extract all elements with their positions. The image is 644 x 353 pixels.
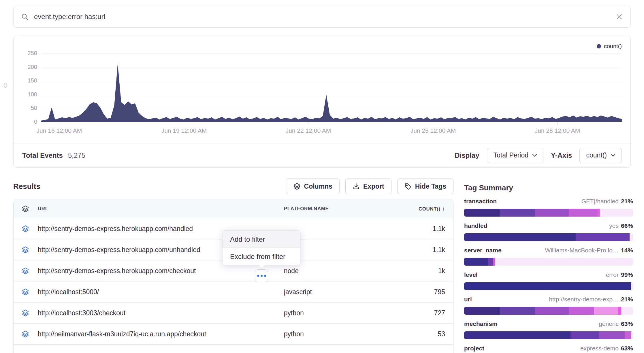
tag-top-value[interactable]: express-demo [580, 345, 619, 352]
tag-top-percent: 63% [621, 320, 633, 327]
tag-top-value[interactable]: GET|/handled [581, 198, 619, 205]
tag-distribution-bar[interactable] [464, 233, 633, 241]
tag-bar-segment [488, 258, 493, 266]
x-axis-tick [59, 122, 59, 125]
events-chart-panel: count() Jun 16 12:00 AMJun 19 12:00 AMJu… [13, 36, 631, 168]
tag-distribution-bar[interactable] [464, 209, 633, 217]
chart-footer: Total Events 5,275 Display Total Period … [14, 143, 630, 167]
tag-label-row: projectexpress-demo63% [464, 345, 633, 353]
cell-context-menu: Add to filterExclude from filter [222, 230, 301, 265]
tag-bar-segment [464, 307, 500, 315]
table-header-row: URLPLATFORM.NAMECOUNT()↓ [14, 199, 453, 218]
x-axis-tick-label: Jun 28 12:00 AM [535, 127, 580, 134]
tag-bar-segment [464, 258, 488, 266]
tag-name: handled [464, 222, 487, 229]
tag-bar-segment [576, 233, 630, 241]
cell-count: 53 [379, 330, 445, 338]
tag-bar-segment [570, 331, 599, 339]
hide-tags-button-label: Hide Tags [415, 183, 446, 190]
tag-top-percent: 99% [621, 271, 633, 278]
column-header-count[interactable]: COUNT()↓ [379, 206, 445, 212]
tag-bar-segment [631, 282, 633, 290]
tag-distribution-bar[interactable] [464, 258, 633, 266]
search-icon [21, 13, 29, 21]
chart-legend[interactable]: count() [597, 43, 622, 50]
x-axis-tick-label: Jun 16 12:00 AM [37, 127, 82, 134]
tag-distribution-bar[interactable] [464, 331, 633, 339]
y-axis-tick-label: 0 [14, 119, 37, 125]
tag-summary-title: Tag Summary [464, 183, 633, 193]
tag-top-value[interactable]: Williams-MacBook-Pro.lo… [545, 247, 619, 254]
layers-icon [22, 246, 38, 254]
column-header-url[interactable]: URL [38, 206, 284, 212]
tag-bar-segment [464, 233, 576, 241]
tag-top-value[interactable]: http://sentry-demos-exp… [549, 296, 619, 303]
columns-button-label: Columns [304, 183, 332, 190]
hide-tags-button[interactable]: Hide Tags [397, 179, 453, 194]
tag-bar-segment [500, 307, 535, 315]
tag-label-row: urlhttp://sentry-demos-exp…21% [464, 296, 633, 305]
cell-platform: python [284, 330, 379, 338]
tag-distribution-bar[interactable] [464, 307, 633, 315]
tag-top-percent: 21% [621, 296, 633, 303]
tag-summary-item-mechanism: mechanismgeneric63% [464, 320, 633, 339]
cell-url[interactable]: http://sentry-demos-express.herokuapp.co… [38, 267, 284, 275]
tag-bar-segment [569, 209, 598, 217]
menu-item-add-to-filter[interactable]: Add to filter [223, 231, 300, 248]
tag-name: mechanism [464, 320, 498, 327]
search-bar[interactable]: event.type:error has:url [13, 6, 631, 28]
columns-button[interactable]: Columns [286, 179, 340, 194]
ellipsis-dot [264, 275, 266, 277]
display-dropdown[interactable]: Total Period [487, 148, 543, 163]
cell-count: 1.1k [379, 246, 445, 254]
y-axis-tick-label: 250 [14, 50, 37, 57]
chart-plot-area[interactable]: Jun 16 12:00 AMJun 19 12:00 AMJun 22 12:… [41, 53, 622, 122]
search-input[interactable]: event.type:error has:url [34, 13, 610, 21]
total-events-label: Total Events [22, 151, 63, 159]
y-axis-tick-label: 100 [14, 91, 37, 98]
y-axis-tick-label: 150 [14, 77, 37, 84]
sort-desc-icon: ↓ [442, 206, 445, 212]
export-button[interactable]: Export [345, 179, 391, 194]
layers-icon [22, 330, 38, 338]
tag-bar-segment [621, 307, 633, 315]
tag-bar-segment [535, 307, 569, 315]
tag-bar-segment [630, 233, 633, 241]
yaxis-dropdown-value: count() [586, 151, 607, 159]
yaxis-dropdown[interactable]: count() [579, 148, 622, 163]
chart-body: count() Jun 16 12:00 AMJun 19 12:00 AMJu… [14, 36, 630, 143]
tag-top-percent: 63% [621, 345, 633, 352]
ellipsis-dot [261, 275, 263, 277]
tag-name: transaction [464, 198, 497, 205]
cell-actions-ellipsis-button[interactable] [255, 269, 268, 282]
tag-distribution-bar[interactable] [464, 282, 633, 290]
layers-icon [22, 309, 38, 317]
close-icon[interactable] [615, 13, 623, 20]
y-axis-tick-label: 200 [14, 64, 37, 70]
tag-top-percent: 14% [621, 247, 633, 254]
y-axis-tick-label: 50 [14, 105, 37, 111]
tag-top-value[interactable]: generic [599, 320, 619, 327]
cell-platform: javascript [284, 288, 379, 296]
tag-label-row: mechanismgeneric63% [464, 320, 633, 329]
tag-bar-segment [535, 209, 569, 217]
tag-bar-segment [600, 209, 633, 217]
legend-series-label: count() [604, 43, 622, 50]
table-row[interactable]: http://localhost:5000/javascript795 [14, 281, 453, 303]
tag-top-value[interactable]: error [606, 271, 619, 278]
cell-url[interactable]: http://localhost:5000/ [38, 288, 284, 296]
tag-name: project [464, 345, 484, 352]
table-row[interactable]: http://neilmanvar-flask-m3uuizd7iq-uc.a.… [14, 324, 453, 345]
tag-label-row: transactionGET|/handled21% [464, 198, 633, 206]
tag-top-value[interactable]: yes [609, 222, 619, 229]
tag-top-percent: 21% [621, 198, 633, 205]
table-row[interactable]: http://localhost:3003/checkoutpython727 [14, 303, 453, 324]
layers-icon [22, 205, 38, 213]
cell-count: 1k [379, 267, 445, 275]
column-header-platform[interactable]: PLATFORM.NAME [284, 206, 379, 212]
legend-series-dot [597, 44, 601, 48]
export-button-label: Export [363, 183, 384, 190]
cell-url[interactable]: http://localhost:3003/checkout [38, 309, 284, 317]
layers-icon [293, 183, 301, 190]
cell-url[interactable]: http://neilmanvar-flask-m3uuizd7iq-uc.a.… [38, 330, 284, 338]
